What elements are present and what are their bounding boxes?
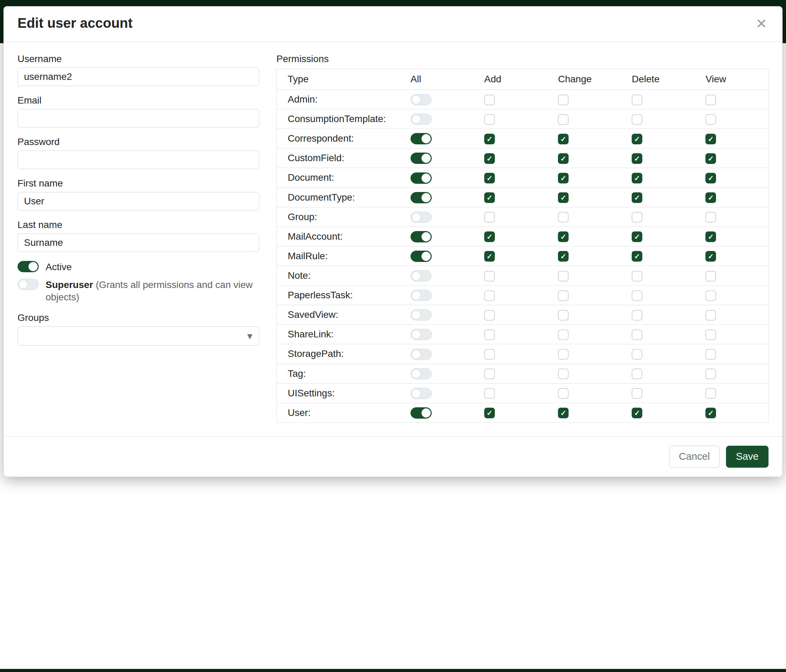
permission-all-toggle[interactable] [410, 251, 432, 262]
permission-change-checkbox[interactable]: ✓ [558, 251, 569, 262]
permission-view-checkbox[interactable]: ✓ [706, 134, 716, 144]
permission-view-checkbox[interactable]: ✓ [706, 231, 716, 242]
permission-delete-checkbox[interactable]: ✓ [632, 231, 642, 242]
password-field[interactable] [17, 151, 259, 169]
permission-change-checkbox[interactable] [558, 349, 569, 360]
permission-all-toggle[interactable] [410, 192, 432, 203]
permission-view-checkbox[interactable] [706, 330, 716, 340]
permission-add-checkbox[interactable] [484, 388, 495, 399]
permission-change-checkbox[interactable]: ✓ [558, 173, 569, 184]
permission-change-checkbox[interactable] [558, 114, 569, 125]
permission-change-checkbox[interactable] [558, 212, 569, 223]
permission-add-checkbox[interactable]: ✓ [484, 192, 495, 203]
permission-add-checkbox[interactable] [484, 290, 495, 301]
permission-add-checkbox[interactable]: ✓ [484, 231, 495, 242]
permission-type-label: SavedView: [277, 305, 400, 325]
permission-add-checkbox[interactable]: ✓ [484, 408, 495, 418]
permission-view-checkbox[interactable] [706, 114, 716, 125]
permission-view-checkbox[interactable]: ✓ [706, 153, 716, 164]
permission-view-checkbox[interactable]: ✓ [706, 192, 716, 203]
active-toggle[interactable] [17, 261, 39, 272]
permission-all-toggle[interactable] [410, 231, 432, 242]
permission-view-checkbox[interactable] [706, 388, 716, 399]
permission-all-toggle[interactable] [410, 212, 432, 223]
permission-delete-checkbox[interactable]: ✓ [632, 251, 642, 262]
permission-view-checkbox[interactable] [706, 212, 716, 223]
permission-add-checkbox[interactable] [484, 95, 495, 105]
permission-delete-checkbox[interactable] [632, 388, 642, 399]
permission-view-checkbox[interactable] [706, 369, 716, 379]
permission-all-toggle[interactable] [410, 407, 432, 419]
permission-all-toggle[interactable] [410, 388, 432, 399]
permission-view-checkbox[interactable] [706, 290, 716, 301]
permission-all-toggle[interactable] [410, 270, 432, 281]
last-name-field[interactable] [17, 234, 259, 252]
permission-add-checkbox[interactable]: ✓ [484, 251, 495, 262]
permission-view-checkbox[interactable] [706, 310, 716, 320]
permission-delete-checkbox[interactable]: ✓ [632, 173, 642, 184]
permission-all-toggle[interactable] [410, 133, 432, 144]
permission-all-toggle[interactable] [410, 290, 432, 301]
permission-delete-checkbox[interactable] [632, 330, 642, 340]
permission-view-checkbox[interactable]: ✓ [706, 408, 716, 418]
permission-delete-checkbox[interactable] [632, 310, 642, 320]
permission-change-checkbox[interactable] [558, 310, 569, 320]
permission-row: User:✓✓✓✓ [277, 403, 769, 422]
first-name-field[interactable] [17, 192, 259, 210]
permission-add-checkbox[interactable]: ✓ [484, 134, 495, 144]
permission-all-toggle[interactable] [410, 152, 432, 164]
permission-all-toggle[interactable] [410, 309, 432, 320]
permission-delete-checkbox[interactable] [632, 349, 642, 360]
permission-change-checkbox[interactable] [558, 271, 569, 281]
permission-change-checkbox[interactable] [558, 388, 569, 399]
permission-delete-checkbox[interactable] [632, 95, 642, 105]
permission-change-checkbox[interactable] [558, 95, 569, 105]
permission-change-checkbox[interactable]: ✓ [558, 408, 569, 418]
permission-all-toggle[interactable] [410, 94, 432, 105]
permission-add-checkbox[interactable] [484, 212, 495, 223]
permission-delete-checkbox[interactable]: ✓ [632, 134, 642, 144]
permission-change-checkbox[interactable] [558, 290, 569, 301]
groups-select[interactable] [17, 327, 259, 345]
permission-delete-checkbox[interactable]: ✓ [632, 153, 642, 164]
permission-all-toggle[interactable] [410, 113, 432, 125]
permission-add-checkbox[interactable] [484, 330, 495, 340]
superuser-toggle[interactable] [17, 279, 39, 290]
permission-change-checkbox[interactable]: ✓ [558, 134, 569, 144]
permission-view-checkbox[interactable] [706, 349, 716, 360]
permission-view-checkbox[interactable] [706, 95, 716, 105]
permission-all-toggle[interactable] [410, 329, 432, 340]
save-button[interactable]: Save [726, 446, 769, 468]
permission-delete-checkbox[interactable] [632, 114, 642, 125]
permission-change-checkbox[interactable]: ✓ [558, 153, 569, 164]
permission-view-checkbox[interactable] [706, 271, 716, 281]
permission-delete-checkbox[interactable]: ✓ [632, 192, 642, 203]
toggle-knob [421, 134, 431, 143]
permission-add-checkbox[interactable] [484, 369, 495, 379]
permission-delete-checkbox[interactable] [632, 290, 642, 301]
permission-add-checkbox[interactable] [484, 271, 495, 281]
permission-delete-checkbox[interactable] [632, 369, 642, 379]
permission-change-checkbox[interactable]: ✓ [558, 192, 569, 203]
permission-all-toggle[interactable] [410, 349, 432, 360]
cancel-button[interactable]: Cancel [669, 446, 720, 468]
permission-delete-checkbox[interactable]: ✓ [632, 408, 642, 418]
permission-add-checkbox[interactable] [484, 310, 495, 320]
permission-view-checkbox[interactable]: ✓ [706, 251, 716, 262]
permission-all-toggle[interactable] [410, 368, 432, 380]
permission-change-checkbox[interactable] [558, 369, 569, 379]
permission-add-checkbox[interactable]: ✓ [484, 153, 495, 164]
permission-delete-checkbox[interactable] [632, 212, 642, 223]
permission-add-checkbox[interactable]: ✓ [484, 173, 495, 184]
permission-change-checkbox[interactable]: ✓ [558, 231, 569, 242]
email-field[interactable] [17, 109, 259, 127]
close-icon[interactable]: ✕ [754, 15, 769, 33]
permission-all-toggle[interactable] [410, 173, 432, 184]
username-input[interactable] [17, 68, 259, 86]
permission-change-checkbox[interactable] [558, 330, 569, 340]
permission-delete-checkbox[interactable] [632, 271, 642, 281]
permission-add-checkbox[interactable] [484, 114, 495, 125]
toggle-knob [412, 115, 421, 124]
permission-add-checkbox[interactable] [484, 349, 495, 360]
permission-view-checkbox[interactable]: ✓ [706, 173, 716, 184]
